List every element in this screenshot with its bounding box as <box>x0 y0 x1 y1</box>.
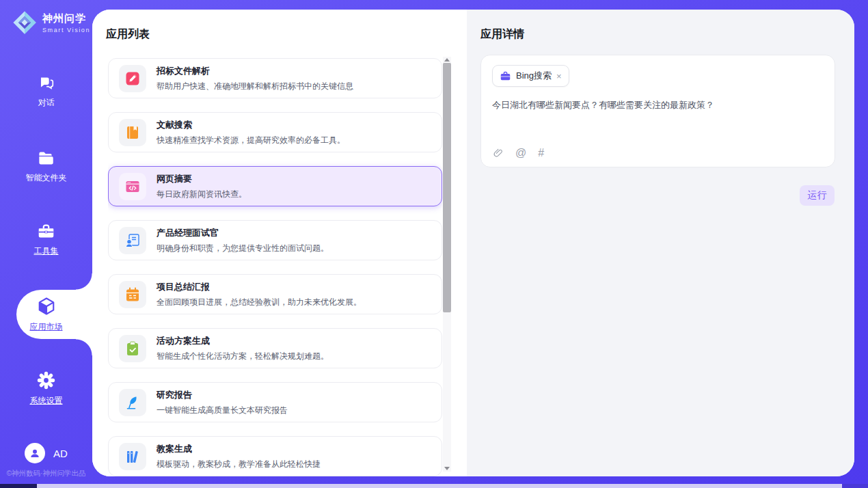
app-card-desc: 快速精准查找学术资源，提高研究效率的必备工具。 <box>157 135 345 146</box>
app-card-title: 网页摘要 <box>157 173 247 185</box>
scrollbar-down-arrow-icon[interactable] <box>444 467 450 470</box>
avatar[interactable] <box>25 443 45 463</box>
gear-icon <box>36 370 56 390</box>
input-toolbar: @ # <box>493 148 544 159</box>
app-detail-title: 应用详情 <box>480 27 524 42</box>
query-text[interactable]: 今日湖北有哪些新闻要点？有哪些需要关注的最新政策？ <box>492 98 824 112</box>
sidebar-item-label: 智能文件夹 <box>26 172 67 184</box>
app-card[interactable]: 项目总结汇报全面回顾项目进展，总结经验教训，助力未来优化发展。 <box>108 274 442 314</box>
app-icon-box <box>119 443 146 470</box>
app-card-title: 文献搜索 <box>157 119 345 131</box>
quill-report-icon <box>124 394 141 411</box>
app-icon-box <box>119 227 146 254</box>
brand-subtitle: Smart Vision <box>42 27 90 33</box>
sidebar-item-toolbox[interactable]: 工具集 <box>0 222 92 257</box>
app-icon-box <box>119 335 146 362</box>
app-card-desc: 帮助用户快速、准确地理解和解析招标书中的关键信息 <box>157 81 353 92</box>
app-card-desc: 每日政府新闻资讯快查。 <box>157 189 247 200</box>
bottom-edge-strip <box>0 484 868 488</box>
app-list-title: 应用列表 <box>106 27 150 42</box>
prompt-card: Bing搜索 × 今日湖北有哪些新闻要点？有哪些需要关注的最新政策？ @ # <box>480 55 835 167</box>
bubble-curve-bottom <box>76 339 92 355</box>
close-icon[interactable]: × <box>556 72 562 81</box>
book-icon <box>124 124 141 141</box>
app-icon-box <box>119 173 146 200</box>
copyright-text: ©神州数码·神州问学出品 <box>0 469 92 478</box>
app-card-desc: 智能生成个性化活动方案，轻松解决规划难题。 <box>157 351 329 362</box>
app-logo: 神州问学 Smart Vision <box>12 10 90 36</box>
at-icon[interactable]: @ <box>515 148 526 159</box>
app-card-title: 教案生成 <box>157 443 321 455</box>
app-icon-box <box>119 389 146 416</box>
sidebar-item-label: 应用市场 <box>30 321 63 333</box>
app-card-desc: 模板驱动，教案秒成，教学准备从此轻松快捷 <box>157 459 321 470</box>
app-card[interactable]: 活动方案生成智能生成个性化活动方案，轻松解决规划难题。 <box>108 328 442 368</box>
user-row: AD <box>0 443 92 463</box>
calendar-icon <box>124 286 141 303</box>
clipboard-check-icon <box>124 340 141 357</box>
app-detail-panel: 应用详情 Bing搜索 × 今日湖北有哪些新闻要点？有哪些需要关注的最新政策？ <box>467 10 854 476</box>
user-name: AD <box>53 448 68 459</box>
toolbox-icon <box>37 222 55 241</box>
plugin-chip-bing-search[interactable]: Bing搜索 × <box>492 65 569 87</box>
hash-icon[interactable]: # <box>538 148 544 159</box>
app-card[interactable]: 网页摘要每日政府新闻资讯快查。 <box>108 166 442 206</box>
app-card-desc: 一键智能生成高质量长文本研究报告 <box>157 405 288 416</box>
app-list-panel: 应用列表 招标文件解析帮助用户快速、准确地理解和解析招标书中的关键信息文献搜索快… <box>92 10 467 476</box>
app-card-title: 招标文件解析 <box>157 65 353 77</box>
edit-square-icon <box>124 70 141 87</box>
app-card-title: 研究报告 <box>157 389 288 401</box>
sidebar-item-label: 工具集 <box>34 245 59 257</box>
brand-name: 神州问学 <box>42 12 90 25</box>
app-icon-box <box>119 119 146 146</box>
app-card[interactable]: 产品经理面试官明确身份和职责，为您提供专业性的面试问题。 <box>108 220 442 260</box>
scrollbar[interactable] <box>443 57 451 472</box>
sidebar-item-cube[interactable]: 应用市场 <box>0 296 92 333</box>
person-icon <box>29 447 41 459</box>
bubble-curve-top <box>76 273 92 290</box>
sidebar: 神州问学 Smart Vision 对话智能文件夹工具集应用市场系统设置 AD … <box>0 0 92 488</box>
sidebar-item-chat[interactable]: 对话 <box>0 74 92 109</box>
interview-icon <box>124 232 141 249</box>
cube-icon <box>36 296 57 316</box>
app-card[interactable]: 教案生成模板驱动，教案秒成，教学准备从此轻松快捷 <box>108 436 442 476</box>
app-card-desc: 全面回顾项目进展，总结经验教训，助力未来优化发展。 <box>157 297 362 308</box>
briefcase-icon <box>500 70 511 82</box>
run-button[interactable]: 运行 <box>800 185 835 206</box>
sidebar-item-folder[interactable]: 智能文件夹 <box>0 149 92 184</box>
app-card-title: 活动方案生成 <box>157 335 329 347</box>
app-card-title: 产品经理面试官 <box>157 227 329 239</box>
app-icon-box <box>119 281 146 308</box>
app-card-desc: 明确身份和职责，为您提供专业性的面试问题。 <box>157 243 329 254</box>
app-card-title: 项目总结汇报 <box>157 281 362 293</box>
chat-icon <box>37 74 55 92</box>
browser-code-icon <box>124 178 141 195</box>
paperclip-icon[interactable] <box>493 148 504 159</box>
sidebar-item-gear[interactable]: 系统设置 <box>0 370 92 407</box>
sidebar-item-label: 对话 <box>38 97 55 109</box>
folder-icon <box>37 149 55 167</box>
books-icon <box>124 448 141 465</box>
app-icon-box <box>119 65 146 92</box>
app-list: 招标文件解析帮助用户快速、准确地理解和解析招标书中的关键信息文献搜索快速精准查找… <box>108 58 442 476</box>
diamond-logo-icon <box>12 10 38 36</box>
main-content: 应用列表 招标文件解析帮助用户快速、准确地理解和解析招标书中的关键信息文献搜索快… <box>92 10 854 476</box>
plugin-chip-label: Bing搜索 <box>516 70 552 82</box>
app-card[interactable]: 研究报告一键智能生成高质量长文本研究报告 <box>108 382 442 422</box>
app-card[interactable]: 文献搜索快速精准查找学术资源，提高研究效率的必备工具。 <box>108 112 442 152</box>
scrollbar-up-arrow-icon[interactable] <box>444 58 450 62</box>
scrollbar-thumb[interactable] <box>443 63 451 312</box>
app-card[interactable]: 招标文件解析帮助用户快速、准确地理解和解析招标书中的关键信息 <box>108 58 442 98</box>
sidebar-item-label: 系统设置 <box>30 395 63 407</box>
